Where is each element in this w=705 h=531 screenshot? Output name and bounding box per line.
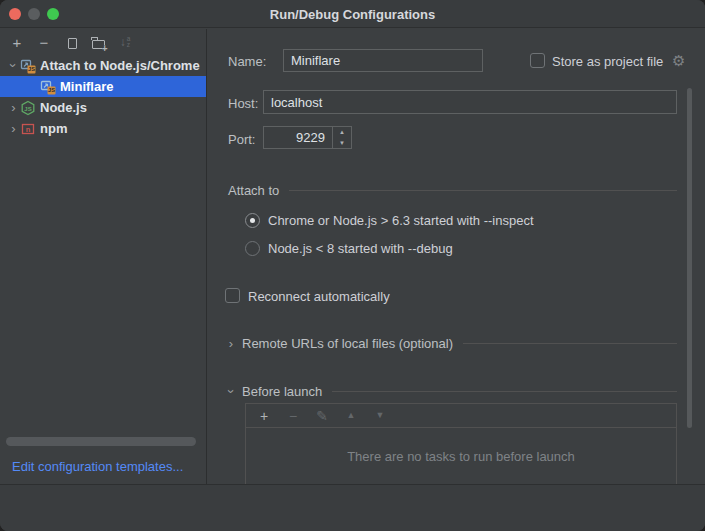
- radio-label: Node.js < 8 started with --debug: [268, 241, 453, 256]
- host-label: Host:: [228, 96, 258, 111]
- before-launch-toolbar: + − ✎ ▲ ▼: [246, 404, 676, 428]
- copy-configuration-icon[interactable]: [63, 34, 79, 50]
- dialog-footer: ? Debug Apply Cancel OK: [0, 484, 705, 531]
- chevron-down-icon[interactable]: ›: [7, 58, 20, 73]
- port-stepper: ▲ ▼: [332, 127, 351, 148]
- port-label: Port:: [228, 132, 255, 147]
- npm-icon: n: [20, 121, 36, 137]
- run-debug-configurations-dialog: Run/Debug Configurations + − + ↓ az › JS: [0, 0, 705, 531]
- radio-selected-icon[interactable]: [245, 213, 260, 228]
- move-down-icon[interactable]: ▼: [372, 408, 388, 424]
- store-as-project-file-checkbox[interactable]: [530, 53, 545, 68]
- remote-urls-label: Remote URLs of local files (optional): [242, 336, 453, 351]
- chevron-right-icon[interactable]: ›: [7, 121, 20, 136]
- separator-line: [463, 343, 677, 344]
- attach-nodejs-chrome-icon: JS: [20, 58, 36, 74]
- radio-unselected-icon[interactable]: [245, 241, 260, 256]
- sidebar-horizontal-scrollbar[interactable]: [6, 437, 196, 446]
- attach-to-label: Attach to: [228, 183, 279, 198]
- chevron-right-icon[interactable]: ›: [7, 100, 20, 115]
- configurations-tree: › JS Attach to Node.js/Chrome JS Minifla…: [0, 55, 207, 139]
- svg-text:JS: JS: [24, 105, 31, 111]
- before-launch-section-header[interactable]: › Before launch: [226, 384, 677, 399]
- title-bar: Run/Debug Configurations: [0, 0, 705, 28]
- port-field: ▲ ▼: [263, 126, 352, 149]
- chevron-right-icon[interactable]: ›: [226, 336, 236, 351]
- stepper-up-icon[interactable]: ▲: [333, 127, 351, 138]
- attach-option-inspect[interactable]: Chrome or Node.js > 6.3 started with --i…: [245, 213, 534, 228]
- remote-urls-section-header[interactable]: › Remote URLs of local files (optional): [226, 336, 677, 351]
- new-folder-icon[interactable]: +: [90, 34, 106, 50]
- host-input[interactable]: [263, 90, 677, 114]
- attach-option-debug[interactable]: Node.js < 8 started with --debug: [245, 241, 453, 256]
- move-up-icon[interactable]: ▲: [343, 408, 359, 424]
- tree-item-label: Miniflare: [60, 79, 113, 94]
- add-configuration-icon[interactable]: +: [9, 34, 25, 50]
- remove-configuration-icon[interactable]: −: [36, 34, 52, 50]
- nodejs-icon: JS: [20, 100, 36, 116]
- tree-item-miniflare[interactable]: JS Miniflare: [0, 76, 207, 97]
- before-launch-label: Before launch: [242, 384, 322, 399]
- copy-icon: [68, 38, 77, 49]
- chevron-down-icon[interactable]: ›: [226, 384, 236, 399]
- before-launch-panel: + − ✎ ▲ ▼ There are no tasks to run befo…: [245, 403, 677, 484]
- attach-nodejs-chrome-icon: JS: [40, 79, 56, 95]
- remove-task-icon[interactable]: −: [285, 408, 301, 424]
- store-as-project-file-label: Store as project file: [552, 54, 663, 69]
- radio-label: Chrome or Node.js > 6.3 started with --i…: [268, 213, 534, 228]
- edit-configuration-templates-link[interactable]: Edit configuration templates...: [12, 459, 183, 474]
- configurations-sidebar: + − + ↓ az › JS Attach to Node.js/Chrome: [0, 29, 207, 484]
- separator-line: [332, 391, 677, 392]
- name-input[interactable]: [283, 49, 483, 72]
- edit-task-icon[interactable]: ✎: [314, 408, 330, 424]
- reconnect-automatically-checkbox[interactable]: [225, 288, 240, 303]
- tree-item-npm[interactable]: › n npm: [0, 118, 207, 139]
- tree-item-nodejs[interactable]: › JS Node.js: [0, 97, 207, 118]
- attach-to-section-header: Attach to: [228, 183, 677, 198]
- before-launch-empty-text: There are no tasks to run before launch: [246, 428, 676, 484]
- tree-item-label: npm: [40, 121, 67, 136]
- gear-icon[interactable]: ⚙: [672, 52, 685, 70]
- svg-text:JS: JS: [28, 66, 35, 72]
- window-title: Run/Debug Configurations: [0, 0, 705, 28]
- name-label: Name:: [228, 54, 266, 69]
- main-vertical-scrollbar[interactable]: [687, 88, 692, 428]
- tree-item-label: Attach to Node.js/Chrome: [40, 58, 200, 73]
- svg-text:n: n: [26, 125, 31, 134]
- sidebar-toolbar: + − + ↓ az: [0, 29, 207, 55]
- tree-item-label: Node.js: [40, 100, 87, 115]
- separator-line: [289, 190, 677, 191]
- tree-item-attach-to-nodejs-chrome[interactable]: › JS Attach to Node.js/Chrome: [0, 55, 207, 76]
- sort-configurations-icon[interactable]: ↓ az: [117, 34, 133, 50]
- port-input[interactable]: [264, 127, 332, 148]
- reconnect-automatically-label: Reconnect automatically: [248, 289, 390, 304]
- svg-text:JS: JS: [48, 87, 55, 93]
- add-task-icon[interactable]: +: [256, 408, 272, 424]
- stepper-down-icon[interactable]: ▼: [333, 138, 351, 149]
